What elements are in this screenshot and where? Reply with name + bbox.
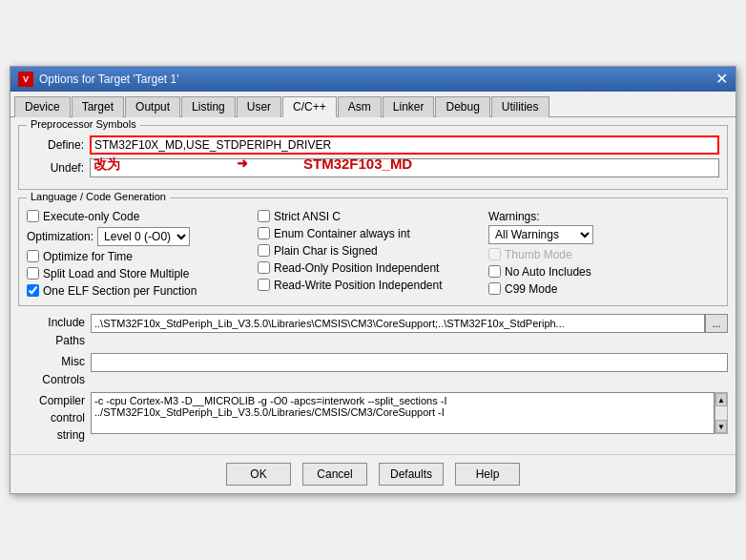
cancel-button[interactable]: Cancel	[302, 463, 367, 486]
scrollbar-track	[715, 406, 727, 420]
tab-user[interactable]: User	[237, 96, 281, 117]
include-paths-container: ..\STM32F10x_StdPeriph_Lib_V3.5.0\Librar…	[91, 314, 728, 333]
checkbox-one-elf[interactable]	[27, 284, 39, 297]
label-no-auto-includes: No Auto Includes	[505, 265, 591, 279]
compiler-control-label: Compiler control string	[18, 392, 85, 444]
scroll-up-button[interactable]: ▲	[715, 393, 727, 406]
check-thumb-mode: Thumb Mode	[488, 248, 719, 261]
preprocessor-symbols-group: Preprocessor Symbols Define: Undef: 改为 ➜…	[18, 125, 728, 190]
annotation-target: STM32F103_MD	[303, 156, 412, 172]
code-gen-content: Execute-only Code Optimization: Level 0 …	[27, 210, 719, 298]
tab-device[interactable]: Device	[14, 96, 71, 117]
check-one-elf: One ELF Section per Function	[27, 284, 258, 298]
tab-target[interactable]: Target	[72, 96, 124, 117]
tab-asm[interactable]: Asm	[338, 96, 382, 117]
dialog-footer: OK Cancel Defaults Help	[10, 454, 736, 493]
checkbox-plain-char[interactable]	[258, 244, 270, 257]
vertical-scrollbar[interactable]: ▲ ▼	[715, 392, 728, 434]
check-plain-char: Plain Char is Signed	[258, 244, 488, 258]
checkbox-strict-ansi[interactable]	[258, 210, 270, 222]
label-thumb-mode: Thumb Mode	[505, 248, 572, 261]
warnings-select[interactable]: All Warnings	[488, 225, 593, 244]
undef-label: Undef:	[27, 161, 84, 175]
preprocessor-group-title: Preprocessor Symbols	[27, 118, 140, 130]
label-optimize-time: Optimize for Time	[43, 250, 133, 263]
checkbox-rw-position[interactable]	[258, 279, 270, 291]
include-paths-browse[interactable]: ...	[705, 314, 728, 333]
check-no-auto-includes: No Auto Includes	[488, 265, 719, 279]
label-enum-container: Enum Container always int	[274, 227, 410, 240]
check-c99-mode: C99 Mode	[488, 282, 719, 296]
check-rw-position: Read-Write Position Independent	[258, 279, 488, 292]
close-button[interactable]: ✕	[715, 72, 728, 87]
check-strict-ansi: Strict ANSI C	[258, 210, 488, 223]
define-input[interactable]	[90, 135, 719, 155]
misc-controls-label: Misc Controls	[18, 353, 85, 389]
ok-button[interactable]: OK	[226, 463, 291, 486]
label-plain-char: Plain Char is Signed	[274, 244, 378, 258]
check-enum-container: Enum Container always int	[258, 227, 488, 240]
warnings-label: Warnings:	[488, 210, 719, 223]
check-optimize-time: Optimize for Time	[27, 250, 258, 263]
define-label: Define:	[27, 138, 84, 152]
defaults-button[interactable]: Defaults	[379, 463, 444, 486]
title-bar: V Options for Target 'Target 1' ✕	[10, 67, 736, 92]
label-rw-position: Read-Write Position Independent	[274, 279, 443, 292]
tab-output[interactable]: Output	[125, 96, 180, 117]
label-ro-position: Read-Only Position Independent	[274, 261, 439, 275]
label-one-elf: One ELF Section per Function	[43, 284, 197, 298]
compiler-control-row: Compiler control string -c -cpu Cortex-M…	[18, 392, 728, 444]
include-paths-value: ..\STM32F10x_StdPeriph_Lib_V3.5.0\Librar…	[91, 314, 705, 333]
checkbox-ro-position[interactable]	[258, 261, 270, 274]
checkbox-enum-container[interactable]	[258, 227, 270, 239]
check-split-load: Split Load and Store Multiple	[27, 267, 258, 280]
tab-cpp[interactable]: C/C++	[282, 96, 337, 117]
col-right: Warnings: All Warnings Thumb Mode No Aut…	[488, 210, 719, 298]
checkbox-no-auto-includes[interactable]	[488, 265, 501, 278]
checkbox-optimize-time[interactable]	[27, 250, 39, 262]
preprocessor-group-content: Define: Undef: 改为 ➜ STM32F103_MD	[27, 135, 719, 177]
include-paths-row: Include Paths ..\STM32F10x_StdPeriph_Lib…	[18, 314, 728, 350]
annotation-arrow: ➜	[237, 156, 248, 171]
optimization-label: Optimization:	[27, 230, 93, 243]
include-paths-label: Include Paths	[18, 314, 85, 350]
dialog-body: Preprocessor Symbols Define: Undef: 改为 ➜…	[10, 117, 736, 455]
tab-bar: Device Target Output Listing User C/C++ …	[10, 92, 736, 117]
app-icon: V	[18, 72, 33, 87]
help-button[interactable]: Help	[455, 463, 520, 486]
language-group-title: Language / Code Generation	[27, 191, 170, 202]
annotation-change: 改为	[93, 156, 120, 174]
label-execute-only: Execute-only Code	[43, 210, 139, 223]
optimization-row: Optimization: Level 0 (-O0)	[27, 227, 258, 246]
check-ro-position: Read-Only Position Independent	[258, 261, 488, 275]
misc-controls-input[interactable]	[91, 353, 728, 372]
undef-row: Undef: 改为 ➜ STM32F103_MD	[27, 158, 719, 177]
checkbox-thumb-mode	[488, 248, 501, 260]
label-strict-ansi: Strict ANSI C	[274, 210, 341, 223]
optimization-select[interactable]: Level 0 (-O0)	[97, 227, 190, 246]
checkbox-split-load[interactable]	[27, 267, 39, 280]
define-row: Define:	[27, 135, 719, 155]
scroll-down-button[interactable]: ▼	[715, 420, 727, 433]
label-c99-mode: C99 Mode	[505, 282, 557, 296]
tab-listing[interactable]: Listing	[181, 96, 236, 117]
warnings-container: Warnings: All Warnings	[488, 210, 719, 244]
title-bar-left: V Options for Target 'Target 1'	[18, 72, 178, 87]
dialog-title: Options for Target 'Target 1'	[39, 73, 178, 86]
col-left: Execute-only Code Optimization: Level 0 …	[27, 210, 258, 298]
tab-linker[interactable]: Linker	[383, 96, 435, 117]
misc-controls-row: Misc Controls	[18, 353, 728, 389]
tab-debug[interactable]: Debug	[435, 96, 489, 117]
language-code-gen-group: Language / Code Generation Execute-only …	[18, 197, 728, 306]
compiler-scroll-container: -c -cpu Cortex-M3 -D__MICROLIB -g -O0 -a…	[91, 392, 728, 434]
tab-utilities[interactable]: Utilities	[491, 96, 549, 117]
compiler-control-textarea[interactable]: -c -cpu Cortex-M3 -D__MICROLIB -g -O0 -a…	[91, 392, 715, 434]
col-mid: Strict ANSI C Enum Container always int …	[258, 210, 488, 298]
check-execute-only: Execute-only Code	[27, 210, 258, 223]
label-split-load: Split Load and Store Multiple	[43, 267, 189, 280]
checkbox-execute-only[interactable]	[27, 210, 39, 222]
options-dialog: V Options for Target 'Target 1' ✕ Device…	[10, 66, 736, 495]
checkbox-c99-mode[interactable]	[488, 282, 501, 295]
